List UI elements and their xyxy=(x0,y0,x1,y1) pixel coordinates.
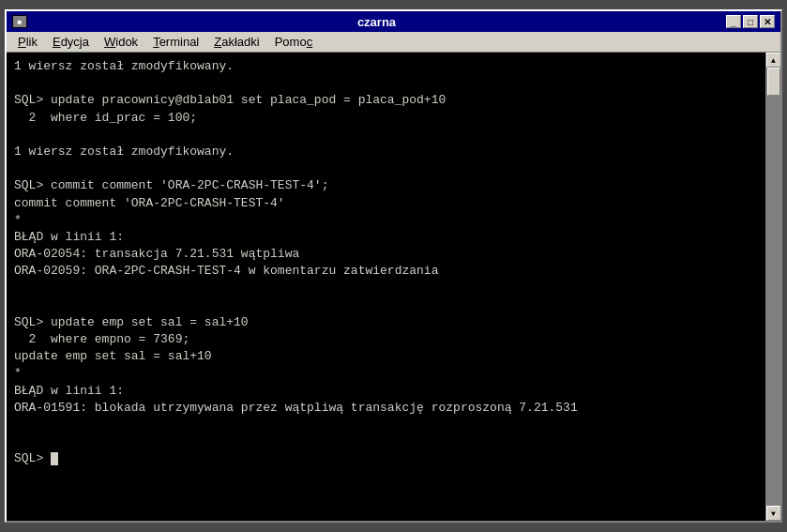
scrollbar-track[interactable] xyxy=(766,68,780,506)
scrollbar-thumb[interactable] xyxy=(767,68,780,96)
terminal-cursor xyxy=(51,452,58,465)
scroll-down-button[interactable]: ▼ xyxy=(766,506,781,521)
menu-zakladki[interactable]: Zakładki xyxy=(206,33,266,51)
menu-pomoc[interactable]: Pomoc xyxy=(267,33,320,51)
menu-edycja[interactable]: Edycja xyxy=(45,33,97,51)
titlebar-controls: _ □ ✕ xyxy=(726,15,775,28)
window-title: czarna xyxy=(27,15,726,29)
scroll-up-button[interactable]: ▲ xyxy=(766,53,781,68)
maximize-button[interactable]: □ xyxy=(743,15,758,28)
window-icon: ■ xyxy=(12,15,27,28)
terminal-output[interactable]: 1 wiersz został zmodyfikowany. SQL> upda… xyxy=(7,53,765,521)
close-button[interactable]: ✕ xyxy=(760,15,775,28)
terminal-area: 1 wiersz został zmodyfikowany. SQL> upda… xyxy=(7,53,780,521)
menu-plik[interactable]: Plik xyxy=(10,33,45,51)
minimize-button[interactable]: _ xyxy=(726,15,741,28)
menubar: Plik Edycja Widok Terminal Zakładki Pomo… xyxy=(7,32,780,53)
titlebar: ■ czarna _ □ ✕ xyxy=(7,11,780,32)
menu-terminal[interactable]: Terminal xyxy=(145,33,206,51)
scrollbar[interactable]: ▲ ▼ xyxy=(765,53,780,521)
terminal-window: ■ czarna _ □ ✕ Plik Edycja Widok Termina… xyxy=(5,9,782,523)
menu-widok[interactable]: Widok xyxy=(97,33,145,51)
